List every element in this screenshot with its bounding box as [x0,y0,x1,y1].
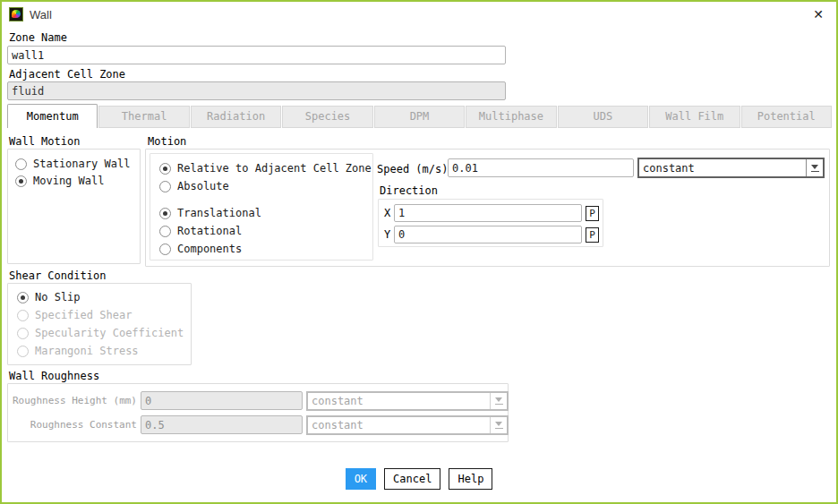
radio-circle-icon [17,328,29,339]
direction-x-label: X [384,207,390,219]
cancel-button[interactable]: Cancel [384,468,440,490]
chevron-down-icon[interactable] [806,159,823,176]
direction-y-input[interactable] [394,226,582,243]
dialog-button-row: OK Cancel Help [2,468,836,490]
tab-wall-film[interactable]: Wall Film [649,106,740,128]
tab-potential[interactable]: Potential [741,106,832,128]
chevron-down-icon [490,393,507,409]
tab-radiation[interactable]: Radiation [191,106,281,128]
tab-species[interactable]: Species [282,106,372,128]
radio-rotational[interactable]: Rotational [159,225,242,237]
shear-condition-group: No Slip Specified Shear Specularity Coef… [7,283,192,365]
direction-group: X P Y P [378,199,603,247]
ok-button[interactable]: OK [346,468,376,490]
roughness-height-input [141,391,303,410]
motion-radio-box: Relative to Adjacent Cell Zone Absolute … [150,153,373,261]
speed-input[interactable] [448,158,634,177]
direction-x-input[interactable] [394,204,582,222]
radio-circle-icon [159,181,171,192]
radio-absolute[interactable]: Absolute [159,180,229,192]
motion-title: Motion [148,135,186,148]
radio-translational[interactable]: Translational [159,207,261,219]
roughness-height-label: Roughness Height (mm) [12,395,137,406]
radio-circle-icon [159,243,171,255]
roughness-constant-input [141,415,303,434]
radio-specified-shear: Specified Shear [17,309,132,321]
radio-circle-icon [159,226,171,237]
radio-circle-icon [17,310,29,321]
tab-multiphase[interactable]: Multiphase [466,106,556,128]
radio-no-slip[interactable]: No Slip [17,291,81,303]
speed-profile-combo[interactable]: constant [637,158,825,178]
tab-thermal[interactable]: Thermal [98,106,189,128]
wall-roughness-group: Roughness Height (mm) constant Roughness… [7,383,509,442]
zone-name-input[interactable] [7,46,506,64]
zone-name-label: Zone Name [9,31,67,44]
radio-marangoni-stress: Marangoni Stress [17,345,139,357]
wall-motion-title: Wall Motion [9,135,80,148]
titlebar[interactable]: Wall ✕ [2,2,836,29]
motion-group: Relative to Adjacent Cell Zone Absolute … [145,149,830,267]
roughness-constant-label: Roughness Constant [12,419,137,431]
chevron-down-icon [490,417,507,433]
roughness-height-profile-combo: constant [306,391,509,411]
radio-specularity-coefficient: Specularity Coefficient [17,327,184,339]
radio-circle-icon [15,175,27,187]
tab-strip: Momentum Thermal Radiation Species DPM M… [7,104,832,128]
fluent-app-icon [9,7,23,21]
roughness-constant-profile-combo: constant [306,415,509,435]
direction-x-profile-button[interactable]: P [586,206,599,221]
radio-stationary-wall[interactable]: Stationary Wall [15,158,130,170]
radio-circle-icon [17,292,29,303]
radio-components[interactable]: Components [159,243,242,255]
direction-title: Direction [380,184,438,197]
help-button[interactable]: Help [449,468,492,490]
wall-motion-group: Stationary Wall Moving Wall [7,149,141,264]
close-icon[interactable]: ✕ [810,6,826,22]
wall-dialog: Wall ✕ Zone Name Adjacent Cell Zone Mome… [0,0,838,504]
shear-condition-title: Shear Condition [9,269,106,282]
radio-relative-to-adjacent-cell-zone[interactable]: Relative to Adjacent Cell Zone [159,162,372,175]
adjacent-cell-zone-input [7,81,506,100]
dialog-title: Wall [30,8,52,21]
radio-moving-wall[interactable]: Moving Wall [15,175,104,187]
tab-uds[interactable]: UDS [558,106,648,128]
direction-y-label: Y [384,228,390,241]
tab-momentum[interactable]: Momentum [7,104,98,128]
radio-circle-icon [17,346,29,357]
radio-circle-icon [159,208,171,219]
speed-label: Speed (m/s) [377,163,448,175]
tab-dpm[interactable]: DPM [374,106,465,128]
radio-circle-icon [159,163,171,175]
adjacent-cell-zone-label: Adjacent Cell Zone [9,68,125,81]
wall-roughness-title: Wall Roughness [9,370,99,382]
radio-circle-icon [15,158,27,170]
direction-y-profile-button[interactable]: P [586,227,599,243]
